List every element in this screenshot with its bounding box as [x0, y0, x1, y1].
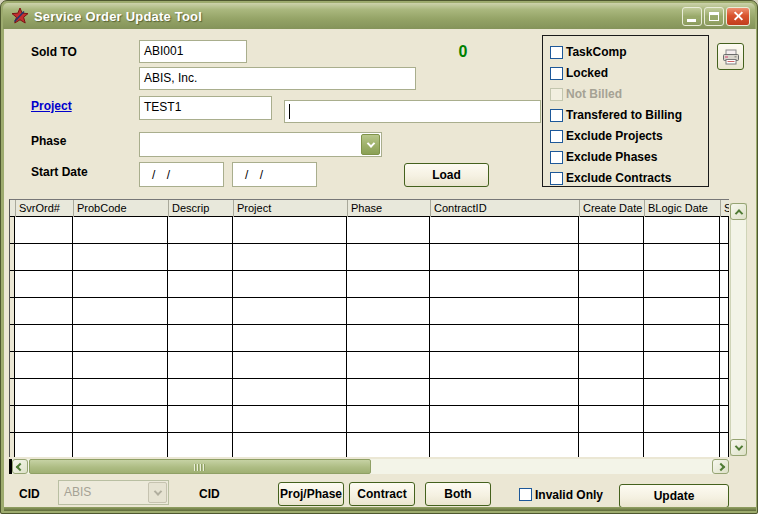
scroll-right-button[interactable] — [712, 459, 729, 474]
grid-cell-probcode[interactable] — [73, 271, 168, 298]
grid-cell-descrip[interactable] — [168, 379, 233, 406]
both-button[interactable]: Both — [425, 482, 491, 506]
grid-cell-descrip[interactable] — [168, 298, 233, 325]
grid-cell-probcode[interactable] — [73, 217, 168, 244]
grid-cell-contractid[interactable] — [430, 433, 579, 457]
grid-cell-probcode[interactable] — [73, 379, 168, 406]
grid-cell-probcode[interactable] — [73, 433, 168, 457]
grid-cell-phase[interactable] — [347, 433, 430, 457]
grid-cell-project[interactable] — [233, 298, 347, 325]
grid-row-1[interactable] — [10, 217, 729, 244]
grid-row-5[interactable] — [10, 325, 729, 352]
grid-cell-blogic-date[interactable] — [644, 379, 720, 406]
grid-cell-create-date[interactable] — [579, 433, 644, 457]
sold-to-name-input[interactable]: ABIS, Inc. — [139, 67, 416, 90]
grid-cell-create-date[interactable] — [579, 217, 644, 244]
grid-cell-svrord[interactable] — [15, 352, 73, 379]
grid-cell-contractid[interactable] — [430, 298, 579, 325]
maximize-button[interactable] — [704, 7, 724, 26]
minimize-button[interactable] — [682, 7, 702, 26]
grid-cell-svrord[interactable] — [15, 271, 73, 298]
grid-cell-create-date[interactable] — [579, 379, 644, 406]
grid-cell-descrip[interactable] — [168, 217, 233, 244]
grid-cell-phase[interactable] — [347, 352, 430, 379]
grid-cell-phase[interactable] — [347, 406, 430, 433]
grid-cell-probcode[interactable] — [73, 352, 168, 379]
grid-cell-project[interactable] — [233, 406, 347, 433]
load-button[interactable]: Load — [404, 163, 489, 187]
grid-cell-project[interactable] — [233, 271, 347, 298]
grid-cell-contractid[interactable] — [430, 406, 579, 433]
print-button[interactable] — [717, 43, 744, 70]
grid-row-3[interactable] — [10, 271, 729, 298]
grid-cell-project[interactable] — [233, 433, 347, 457]
grid-cell-s[interactable] — [720, 244, 729, 271]
scroll-left-button[interactable] — [12, 459, 28, 474]
grid-cell-phase[interactable] — [347, 298, 430, 325]
checkbox-locked[interactable] — [550, 67, 563, 80]
grid-cell-svrord[interactable] — [15, 406, 73, 433]
grid-vertical-scrollbar[interactable] — [730, 203, 747, 456]
grid-cell-blogic-date[interactable] — [644, 406, 720, 433]
start-date-from-input[interactable]: / / — [139, 162, 224, 187]
grid-cell-create-date[interactable] — [579, 244, 644, 271]
grid-cell-descrip[interactable] — [168, 244, 233, 271]
grid-cell-probcode[interactable] — [73, 244, 168, 271]
grid-cell-s[interactable] — [720, 217, 729, 244]
grid-cell-phase[interactable] — [347, 379, 430, 406]
grid-cell-blogic-date[interactable] — [644, 271, 720, 298]
grid-cell-contractid[interactable] — [430, 352, 579, 379]
grid-cell-contractid[interactable] — [430, 271, 579, 298]
grid-cell-blogic-date[interactable] — [644, 325, 720, 352]
title-bar[interactable]: Service Order Update Tool — [3, 3, 755, 29]
grid-cell-contractid[interactable] — [430, 244, 579, 271]
grid-row-2[interactable] — [10, 244, 729, 271]
grid-cell-contractid[interactable] — [430, 217, 579, 244]
grid-cell-blogic-date[interactable] — [644, 217, 720, 244]
grid-cell-svrord[interactable] — [15, 379, 73, 406]
grid-cell-s[interactable] — [720, 325, 729, 352]
grid-row-6[interactable] — [10, 352, 729, 379]
grid-cell-project[interactable] — [233, 217, 347, 244]
grid-cell-descrip[interactable] — [168, 271, 233, 298]
grid-cell-descrip[interactable] — [168, 352, 233, 379]
grid-cell-blogic-date[interactable] — [644, 433, 720, 457]
grid-cell-descrip[interactable] — [168, 433, 233, 457]
grid-row-7[interactable] — [10, 379, 729, 406]
sold-to-code-input[interactable]: ABI001 — [139, 40, 247, 63]
grid-cell-s[interactable] — [720, 433, 729, 457]
grid-cell-create-date[interactable] — [579, 352, 644, 379]
grid-cell-project[interactable] — [233, 244, 347, 271]
grid-cell-descrip[interactable] — [168, 325, 233, 352]
grid-cell-svrord[interactable] — [15, 217, 73, 244]
close-button[interactable] — [726, 7, 750, 26]
update-button[interactable]: Update — [619, 484, 729, 508]
phase-dropdown-button[interactable] — [361, 134, 380, 155]
grid-cell-blogic-date[interactable] — [644, 352, 720, 379]
grid-cell-create-date[interactable] — [579, 271, 644, 298]
project-filter-input[interactable] — [284, 100, 541, 123]
grid-row-4[interactable] — [10, 298, 729, 325]
scroll-up-button[interactable] — [730, 203, 747, 220]
grid-cell-project[interactable] — [233, 325, 347, 352]
checkbox-transfered-to-billing[interactable] — [550, 109, 563, 122]
proj-phase-button[interactable]: Proj/Phase — [278, 482, 344, 506]
grid-row-9[interactable] — [10, 433, 729, 457]
grid-cell-svrord[interactable] — [15, 298, 73, 325]
grid-cell-svrord[interactable] — [15, 325, 73, 352]
grid-cell-s[interactable] — [720, 298, 729, 325]
start-date-to-input[interactable]: / / — [232, 162, 317, 187]
phase-combobox[interactable] — [139, 132, 382, 157]
grid-horizontal-scrollbar[interactable] — [9, 459, 729, 474]
grid-cell-blogic-date[interactable] — [644, 298, 720, 325]
grid-cell-s[interactable] — [720, 271, 729, 298]
grid-row-8[interactable] — [10, 406, 729, 433]
horizontal-scroll-thumb[interactable] — [29, 459, 371, 474]
project-code-input[interactable]: TEST1 — [139, 96, 272, 120]
grid-cell-blogic-date[interactable] — [644, 244, 720, 271]
grid-cell-s[interactable] — [720, 379, 729, 406]
grid-cell-contractid[interactable] — [430, 379, 579, 406]
grid-cell-probcode[interactable] — [73, 406, 168, 433]
project-link[interactable]: Project — [31, 99, 72, 113]
grid-cell-project[interactable] — [233, 352, 347, 379]
